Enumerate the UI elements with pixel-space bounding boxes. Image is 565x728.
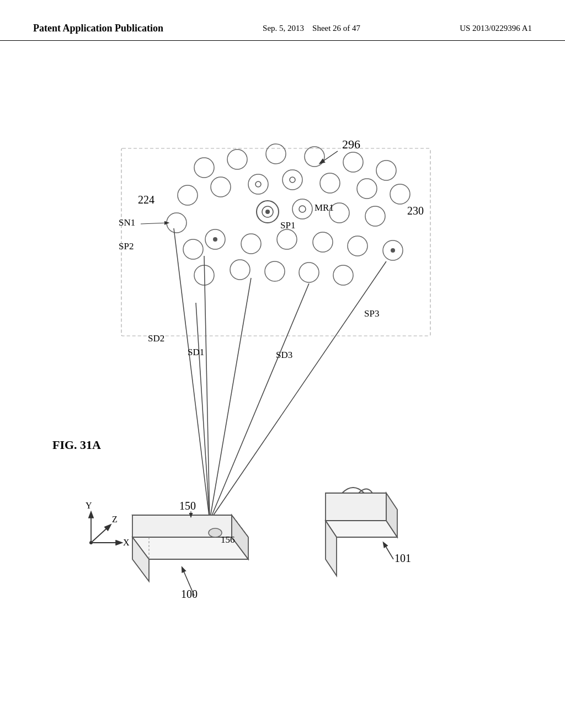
svg-line-41 (210, 278, 251, 521)
label-sd1: SD1 (188, 347, 204, 357)
svg-point-24 (183, 239, 203, 259)
svg-point-10 (255, 181, 261, 187)
svg-line-38 (320, 151, 338, 163)
svg-point-19 (265, 210, 270, 214)
label-x: X (123, 538, 130, 547)
publication-date: Sep. 5, 2013 (263, 24, 304, 33)
svg-line-39 (141, 223, 168, 224)
svg-point-1 (194, 158, 214, 178)
svg-point-27 (241, 234, 261, 254)
svg-point-6 (376, 160, 396, 180)
svg-point-21 (299, 206, 306, 212)
svg-point-8 (211, 177, 231, 197)
svg-point-37 (333, 265, 353, 285)
figure-label: FIG. 31A (52, 438, 101, 452)
svg-line-61 (91, 525, 110, 543)
svg-point-35 (265, 261, 285, 281)
page-header: Patent Application Publication Sep. 5, 2… (0, 0, 565, 41)
header-date-sheet: Sep. 5, 2013 Sheet 26 of 47 (263, 22, 360, 35)
svg-point-5 (343, 152, 363, 172)
diagram-area: 296 224 SN1 SP2 230 MR1 SP1 SD2 SD1 SD3 (0, 41, 565, 703)
svg-line-45 (210, 261, 386, 521)
svg-point-28 (277, 229, 297, 249)
svg-point-3 (266, 144, 286, 164)
main-svg: 296 224 SN1 SP2 230 MR1 SP1 SD2 SD1 SD3 (0, 41, 565, 703)
svg-point-2 (227, 149, 247, 169)
svg-point-34 (230, 260, 250, 280)
svg-point-9 (248, 174, 268, 194)
label-sp2: SP2 (119, 241, 134, 251)
svg-point-29 (313, 232, 333, 252)
label-sp1: SP1 (280, 220, 295, 231)
label-sp3: SP3 (364, 308, 379, 319)
svg-point-11 (282, 170, 302, 190)
svg-point-26 (213, 237, 217, 242)
label-224: 224 (138, 194, 154, 206)
label-sd2: SD2 (148, 333, 164, 344)
svg-point-16 (167, 213, 186, 233)
svg-point-12 (290, 177, 295, 183)
label-mr1: MR1 (315, 202, 334, 213)
patent-number: US 2013/0229396 A1 (460, 22, 532, 35)
sheet-info: Sheet 26 of 47 (312, 24, 360, 33)
svg-point-14 (357, 179, 377, 199)
label-156: 156 (221, 534, 235, 545)
svg-point-23 (365, 206, 385, 226)
svg-point-20 (292, 199, 312, 219)
label-z: Z (112, 515, 118, 524)
label-100: 100 (181, 588, 198, 600)
svg-point-4 (305, 147, 324, 167)
svg-point-63 (89, 541, 93, 544)
label-101: 101 (395, 552, 411, 564)
svg-rect-0 (121, 148, 430, 336)
svg-point-30 (348, 236, 367, 256)
label-y: Y (86, 501, 92, 510)
label-sd3: SD3 (276, 350, 292, 360)
svg-point-53 (209, 528, 222, 537)
svg-point-32 (391, 248, 395, 253)
label-150: 150 (179, 500, 196, 512)
svg-point-7 (178, 185, 198, 205)
svg-line-59 (383, 543, 393, 559)
svg-point-15 (390, 184, 410, 204)
svg-marker-57 (326, 493, 386, 521)
publication-title: Patent Application Publication (33, 22, 163, 35)
label-296: 296 (342, 137, 360, 151)
label-sn1: SN1 (119, 217, 135, 228)
svg-point-13 (320, 173, 340, 193)
svg-point-36 (299, 263, 319, 282)
svg-line-42 (210, 283, 309, 521)
svg-marker-55 (326, 521, 397, 537)
label-230: 230 (407, 205, 424, 217)
